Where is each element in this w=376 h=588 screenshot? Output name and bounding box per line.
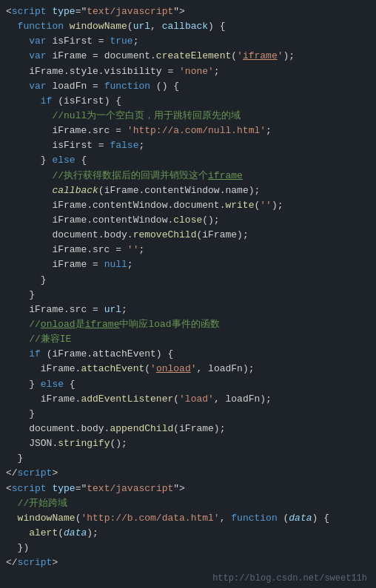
watermark: http://blog.csdn.net/sweet11h (0, 572, 376, 586)
line-9: iFrame.src = 'http://a.com/null.html'; (0, 124, 376, 138)
line-26: } else { (0, 377, 376, 392)
line-17: iFrame.src = ''; (0, 243, 376, 257)
line-13: callback(iFrame.contentWindow.name); (0, 183, 376, 198)
line-11: } else { (0, 153, 376, 168)
line-24: if (iFrame.attachEvent) { (0, 347, 376, 362)
line-37: }) (0, 541, 376, 555)
line-34: //开始跨域 (0, 496, 376, 511)
line-35: windowName('http://b.com/data.html', fun… (0, 511, 376, 526)
line-5: iFrame.style.visibility = 'none'; (0, 64, 376, 79)
line-18: iFrame = null; (0, 257, 376, 272)
line-1: <script type="text/javascript"> (0, 4, 376, 19)
line-38: </script> (0, 555, 376, 570)
line-19: } (0, 273, 376, 288)
line-27: iFrame.addEventListener('load', loadFn); (0, 392, 376, 407)
line-31: } (0, 451, 376, 466)
code-block: <script type="text/javascript"> function… (0, 0, 376, 588)
line-16: document.body.removeChild(iFrame); (0, 228, 376, 243)
line-30: JSON.stringify(); (0, 436, 376, 451)
line-12: //执行获得数据后的回调并销毁这个iframe (0, 169, 376, 183)
line-32: </script> (0, 466, 376, 481)
line-2: function windowName(url, callback) { (0, 19, 376, 34)
line-36: alert(data); (0, 526, 376, 541)
line-4: var iFrame = document.createElement('ifr… (0, 49, 376, 64)
line-15: iFrame.contentWindow.close(); (0, 213, 376, 228)
line-8: //null为一个空白页，用于跳转回原先的域 (0, 109, 376, 124)
line-22: //onload是iframe中响应load事件的函数 (0, 317, 376, 332)
line-14: iFrame.contentWindow.document.write(''); (0, 198, 376, 213)
line-25: iFrame.attachEvent('onload', loadFn); (0, 362, 376, 376)
line-20: } (0, 288, 376, 303)
line-7: if (isFirst) { (0, 94, 376, 109)
line-29: document.body.appendChild(iFrame); (0, 422, 376, 436)
line-33: <script type="text/javascript"> (0, 481, 376, 496)
line-6: var loadFn = function () { (0, 79, 376, 94)
line-21: iFrame.src = url; (0, 303, 376, 317)
line-3: var isFirst = true; (0, 34, 376, 49)
line-23: //兼容IE (0, 332, 376, 347)
line-10: isFirst = false; (0, 138, 376, 153)
line-28: } (0, 407, 376, 422)
